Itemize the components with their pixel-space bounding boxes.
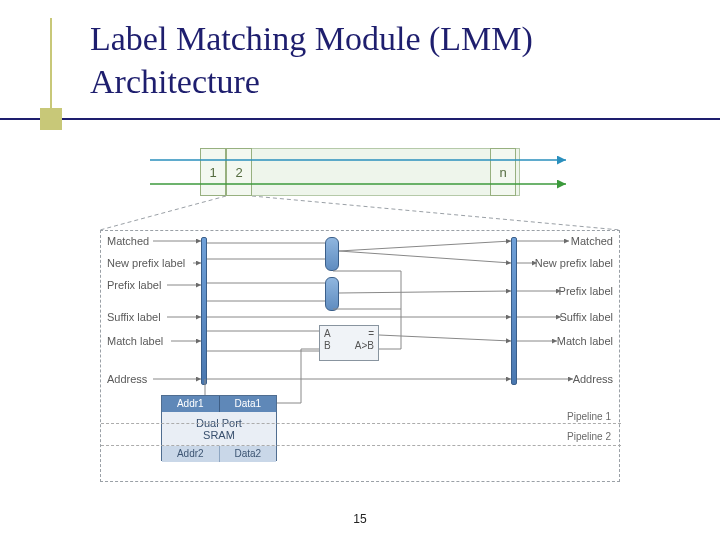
dual-port-sram: Addr1 Data1 Dual Port SRAM Addr2 Data2	[161, 395, 277, 461]
pipeline-divider-2	[101, 445, 621, 446]
title-accent-square	[40, 108, 62, 130]
pipeline-stages-overview: 1 2 n	[150, 148, 570, 200]
mem-addr2: Addr2	[162, 446, 220, 462]
mem-data1: Data1	[220, 396, 277, 412]
svg-line-21	[379, 335, 511, 341]
stage-detail-diagram: Matched New prefix label Prefix label Su…	[100, 230, 620, 482]
svg-line-3	[252, 196, 620, 230]
page-number: 15	[0, 512, 720, 526]
pipeline-divider-1	[101, 423, 621, 424]
svg-line-19	[339, 251, 511, 263]
title-line-1: Label Matching Module (LMM)	[90, 20, 533, 57]
mem-data2: Data2	[220, 446, 277, 462]
page-number-value: 15	[353, 512, 366, 526]
stages-flow-arrows	[150, 148, 570, 200]
pipeline-2-label: Pipeline 2	[567, 431, 611, 442]
mem-addr1: Addr1	[162, 396, 220, 412]
title-underline	[0, 118, 720, 120]
pipeline-1-label: Pipeline 1	[567, 411, 611, 422]
svg-line-18	[339, 241, 511, 251]
mem-name-line2: SRAM	[196, 429, 242, 441]
title-accent-vertical	[50, 18, 52, 120]
svg-line-20	[339, 291, 511, 293]
slide-title: Label Matching Module (LMM) Architecture	[90, 18, 700, 103]
title-line-2: Architecture	[90, 63, 260, 100]
svg-line-2	[100, 196, 226, 230]
